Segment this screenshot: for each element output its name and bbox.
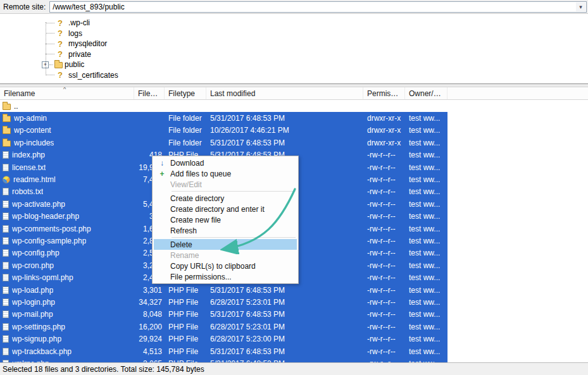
menu-item-refresh[interactable]: Refresh: [154, 225, 297, 236]
php-file-icon: [3, 298, 9, 306]
column-header-filesize[interactable]: Filesize: [134, 87, 165, 99]
tree-connector: [46, 23, 54, 23]
filename-cell: wp-mail.php: [0, 309, 134, 321]
menu-item-label: Refresh: [170, 226, 197, 235]
filename-cell: readme.html: [0, 173, 134, 185]
php-file-icon: [3, 310, 9, 318]
menu-item-label: Copy URL(s) to clipboard: [170, 262, 256, 271]
file-row-wp-settings-php[interactable]: wp-settings.php16,200PHP File6/28/2017 5…: [0, 321, 447, 333]
filesize-text: [134, 112, 165, 124]
filetype-text: PHP File: [165, 309, 206, 321]
filename-cell: index.php: [0, 149, 134, 161]
tree-item-mysqleditor[interactable]: ?mysqleditor: [0, 39, 588, 49]
tree-item-wp-cli[interactable]: ?.wp-cli: [0, 18, 588, 28]
file-row-wp-login-php[interactable]: wp-login.php34,327PHP File6/28/2017 5:23…: [0, 296, 447, 308]
unknown-folder-icon: ?: [56, 39, 65, 49]
remote-path-value: /www/test_893/public: [53, 3, 124, 11]
file-row-wp-includes[interactable]: wp-includesFile folder5/31/2017 6:48:53 …: [0, 137, 447, 149]
owner-text: test ww...: [405, 198, 447, 210]
menu-item-label: Create directory: [170, 194, 224, 203]
file-row-xmlrpc-php[interactable]: xmlrpc.php3,065PHP File5/31/2017 6:48:53…: [0, 357, 447, 362]
menu-item-copy-url-s-to-clipboard[interactable]: Copy URL(s) to clipboard: [154, 261, 297, 271]
filename-cell: wp-cron.php: [0, 259, 134, 271]
filetype-text: PHP File: [165, 321, 206, 333]
tree-item-ssl-certificates[interactable]: ?ssl_certificates: [0, 70, 588, 81]
owner-text: test ww...: [405, 211, 447, 223]
tree-guide-line: [46, 22, 46, 75]
filename-text: wp-config-sample.php: [12, 237, 86, 245]
permissions-text: -rw-r--r--: [363, 186, 405, 198]
remote-path-combobox[interactable]: /www/test_893/public ▾: [49, 1, 587, 13]
owner-text: [405, 100, 447, 112]
php-file-icon: [3, 212, 9, 220]
menu-item-create-directory-and-enter-it[interactable]: Create directory and enter it: [154, 204, 297, 214]
file-row-wp-signup-php[interactable]: wp-signup.php29,924PHP File6/28/2017 5:2…: [0, 333, 447, 345]
file-row-wp-admin[interactable]: wp-adminFile folder5/31/2017 6:48:53 PMd…: [0, 112, 447, 124]
status-bar: Selected 18 files and 3 directories. Tot…: [0, 362, 588, 375]
remote-directory-tree: ?.wp-cli?logs?mysqleditor?private+public…: [0, 14, 588, 83]
permissions-text: -rw-r--r--: [363, 223, 405, 235]
status-text: Selected 18 files and 3 directories. Tot…: [3, 365, 204, 374]
tree-item-logs[interactable]: ?logs: [0, 28, 588, 39]
php-file-icon: [3, 262, 9, 269]
permissions-text: -rw-r--r--: [363, 211, 405, 223]
modified-text: 6/28/2017 5:23:01 PM: [206, 321, 363, 333]
column-header-label: Filetype: [168, 89, 195, 98]
permissions-text: -rw-r--r--: [363, 321, 405, 333]
filesize-text: 16,200: [134, 321, 165, 333]
remote-site-bar: Remote site: /www/test_893/public ▾: [0, 0, 588, 14]
owner-text: test ww...: [405, 284, 447, 296]
php-file-icon: [3, 225, 9, 233]
file-row-wp-content[interactable]: wp-contentFile folder10/26/2017 4:46:21 …: [0, 125, 447, 137]
folder-icon: [3, 104, 11, 110]
tree-item-private[interactable]: ?private: [0, 49, 588, 60]
file-row-wp-mail-php[interactable]: wp-mail.php8,048PHP File5/31/2017 6:48:5…: [0, 309, 447, 321]
menu-item-delete[interactable]: Delete: [154, 239, 297, 250]
owner-text: test ww...: [405, 259, 447, 271]
permissions-text: -rw-r--r--: [363, 235, 405, 247]
filename-text: wp-mail.php: [12, 310, 53, 319]
filename-cell: wp-includes: [0, 137, 134, 149]
filetype-text: PHP File: [165, 357, 206, 362]
filename-text: wp-content: [14, 126, 51, 135]
filename-cell: license.txt: [0, 161, 134, 173]
menu-item-label: Create new file: [170, 216, 221, 224]
filesize-text: 3,065: [134, 357, 165, 362]
tree-item-label: ssl_certificates: [68, 71, 118, 80]
php-file-icon: [3, 249, 9, 257]
file-row-wp-load-php[interactable]: wp-load.php3,301PHP File5/31/2017 6:48:5…: [0, 284, 447, 296]
column-header-filetype[interactable]: Filetype: [165, 87, 206, 99]
folder-icon: [3, 128, 11, 134]
owner-text: test ww...: [405, 271, 447, 283]
owner-text: test ww...: [405, 296, 447, 308]
column-header-label: Filename: [4, 89, 35, 98]
dropdown-arrow-icon[interactable]: ▾: [576, 3, 585, 11]
modified-text: 5/31/2017 6:48:53 PM: [206, 112, 363, 124]
menu-item-create-directory[interactable]: Create directory: [154, 193, 297, 204]
menu-item-file-permissions[interactable]: File permissions...: [154, 271, 297, 282]
permissions-text: -rw-r--r--: [363, 161, 405, 173]
sort-ascending-icon: ^: [63, 87, 66, 92]
menu-item-create-new-file[interactable]: Create new file: [154, 214, 297, 225]
filename-cell: xmlrpc.php: [0, 357, 134, 362]
tree-item-label: private: [68, 50, 91, 59]
filename-text: license.txt: [12, 163, 46, 172]
filename-cell: wp-links-opml.php: [0, 271, 134, 283]
column-header-filename[interactable]: Filename^: [0, 87, 134, 99]
tree-item-label: .wp-cli: [68, 18, 90, 27]
filename-text: wp-includes: [14, 138, 54, 147]
column-header-owner-group[interactable]: Owner/Group: [405, 87, 447, 99]
filename-text: wp-trackback.php: [12, 347, 72, 356]
tree-item-public[interactable]: +public: [0, 59, 588, 70]
owner-text: test ww...: [405, 309, 447, 321]
column-header-last-modified[interactable]: Last modified: [206, 87, 363, 99]
menu-item-add-files-to-queue[interactable]: +Add files to queue: [154, 168, 297, 179]
column-header-permissions[interactable]: Permissions: [363, 87, 405, 99]
filename-text: wp-activate.php: [12, 200, 65, 209]
column-header-label: Permissions: [367, 89, 405, 98]
file-row-wp-trackback-php[interactable]: wp-trackback.php4,513PHP File5/31/2017 6…: [0, 345, 447, 357]
modified-text: 5/31/2017 6:48:53 PM: [206, 357, 363, 362]
file-row-item[interactable]: ..: [0, 100, 447, 112]
menu-item-download[interactable]: ↓Download: [154, 157, 297, 168]
filename-text: wp-config.php: [12, 249, 59, 257]
